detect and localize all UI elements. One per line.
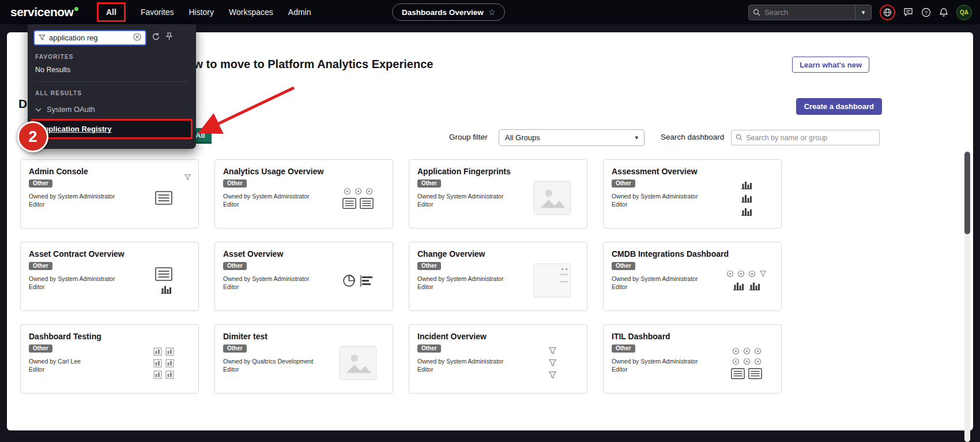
group-filter-value: All Groups (505, 133, 540, 142)
brand-text: servicenow (10, 5, 73, 19)
chevron-down-icon (35, 105, 42, 114)
card-thumbnail (329, 338, 387, 388)
search-dashboard-label: Search dashboard (661, 133, 724, 141)
all-menu-panel: FAVORITES No Results ALL RESULTS System … (28, 24, 196, 149)
menu-filter-row (28, 24, 196, 46)
all-results-section-header: ALL RESULTS (35, 90, 189, 96)
group-filter-label: Group filter (449, 133, 488, 141)
search-scope-dropdown[interactable]: ▾ (855, 5, 871, 20)
nav-right-cluster: ▾ ? QA (748, 0, 972, 24)
card-badge: Other (223, 344, 247, 353)
dashboard-search-input[interactable] (746, 134, 875, 142)
card-badge: Other (612, 179, 635, 188)
scrollbar-thumb[interactable] (964, 152, 970, 234)
annotation-step-badge: 2 (17, 121, 48, 152)
card-badge: Other (29, 179, 52, 188)
card-thumbnail (718, 255, 775, 306)
card-badge: Other (223, 262, 247, 270)
notifications-bell-icon[interactable] (939, 8, 948, 17)
context-pill-label: Dashboards Overview (402, 8, 484, 17)
star-icon[interactable]: ☆ (488, 8, 496, 17)
dashboard-card[interactable]: ITIL DashboardOtherOwned by System Admin… (603, 324, 782, 394)
card-badge: Other (29, 344, 52, 353)
dashboard-card[interactable]: Analytics Usage OverviewOtherOwned by Sy… (214, 159, 393, 229)
card-thumbnail (135, 338, 193, 388)
dashboard-card[interactable]: Change OverviewOtherOwned by System Admi… (409, 242, 587, 311)
refresh-icon[interactable] (152, 32, 160, 43)
nav-item-all[interactable]: All (97, 2, 126, 22)
cards-grid: Admin ConsoleOtherOwned by System Admini… (20, 159, 782, 394)
dashboard-search-field[interactable] (731, 130, 880, 145)
menu-item-application-registry[interactable]: Application Registry (33, 121, 191, 137)
group-filter-select[interactable]: All Groups ▾ (499, 129, 644, 146)
card-thumbnail (329, 173, 387, 223)
card-badge: Other (612, 262, 635, 270)
card-badge: Other (612, 344, 635, 353)
card-badge: Other (417, 179, 441, 188)
nav-item-favorites[interactable]: Favorites (141, 8, 174, 17)
favorites-section-header: FAVORITES (35, 54, 189, 60)
avatar[interactable]: QA (956, 5, 972, 20)
nav-links: All Favorites History Workspaces Admin (97, 0, 311, 24)
search-icon (753, 9, 760, 16)
card-thumbnail (135, 173, 193, 223)
context-pill-dashboards-overview[interactable]: Dashboards Overview ☆ (392, 3, 505, 21)
filter-funnel-icon (39, 33, 46, 43)
search-icon (736, 133, 742, 143)
dashboard-card[interactable]: CMDB Integrations DashboardOtherOwned by… (603, 242, 782, 311)
learn-whats-new-button[interactable]: Learn what's new (792, 57, 869, 73)
servicenow-logo[interactable]: servicenow (10, 0, 78, 24)
favorites-empty-text: No Results (35, 66, 189, 74)
card-thumbnail (523, 338, 581, 388)
card-badge: Other (417, 344, 441, 353)
menu-group-label: System OAuth (47, 105, 95, 114)
brand-green-dot-icon (74, 7, 78, 11)
menu-filter-input[interactable] (49, 33, 130, 42)
menu-group-system-oauth[interactable]: System OAuth (28, 103, 196, 116)
svg-text:?: ? (925, 10, 928, 16)
card-thumbnail (718, 338, 775, 388)
scrollbar-track[interactable] (964, 151, 970, 442)
annotation-highlight-box: Application Registry (31, 119, 193, 139)
card-thumbnail (523, 173, 581, 223)
card-thumbnail (135, 255, 193, 306)
dashboard-card[interactable]: Asset Contract OverviewOtherOwned by Sys… (20, 242, 199, 311)
create-dashboard-button[interactable]: Create a dashboard (796, 98, 882, 115)
global-search-input[interactable] (764, 8, 855, 17)
dashboard-card[interactable]: Dashboard TestingOtherOwned by Carl LeeE… (20, 324, 199, 394)
card-thumbnail (718, 173, 775, 223)
menu-filter-field[interactable] (33, 30, 146, 46)
dashboard-card[interactable]: Admin ConsoleOtherOwned by System Admini… (20, 159, 199, 229)
help-icon[interactable]: ? (921, 8, 931, 17)
dashboard-card[interactable]: Incident OverviewOtherOwned by System Ad… (409, 324, 587, 394)
chat-icon[interactable] (903, 8, 913, 17)
nav-item-history[interactable]: History (189, 8, 214, 17)
card-badge: Other (29, 262, 52, 270)
top-nav: servicenow All Favorites History Workspa… (0, 0, 980, 24)
card-thumbnail (523, 255, 581, 306)
menu-divider (35, 81, 189, 82)
chevron-down-icon: ▾ (635, 134, 638, 141)
globe-icon[interactable] (880, 5, 895, 20)
dashboard-card[interactable]: Assessment OverviewOtherOwned by System … (603, 159, 782, 229)
card-thumbnail (329, 255, 387, 306)
card-badge: Other (223, 179, 247, 188)
global-search[interactable]: ▾ (748, 5, 872, 20)
card-badge: Other (417, 262, 441, 270)
dashboard-card[interactable]: Dimiter testOtherOwned by Qualtrics Deve… (214, 324, 393, 394)
dashboard-card[interactable]: Application FingerprintsOtherOwned by Sy… (409, 159, 587, 229)
nav-item-admin[interactable]: Admin (288, 8, 311, 17)
dashboard-card[interactable]: Asset OverviewOtherOwned by System Admin… (214, 242, 393, 311)
pin-icon[interactable] (165, 32, 173, 43)
clear-filter-icon[interactable] (133, 33, 141, 43)
nav-item-workspaces[interactable]: Workspaces (229, 8, 273, 17)
